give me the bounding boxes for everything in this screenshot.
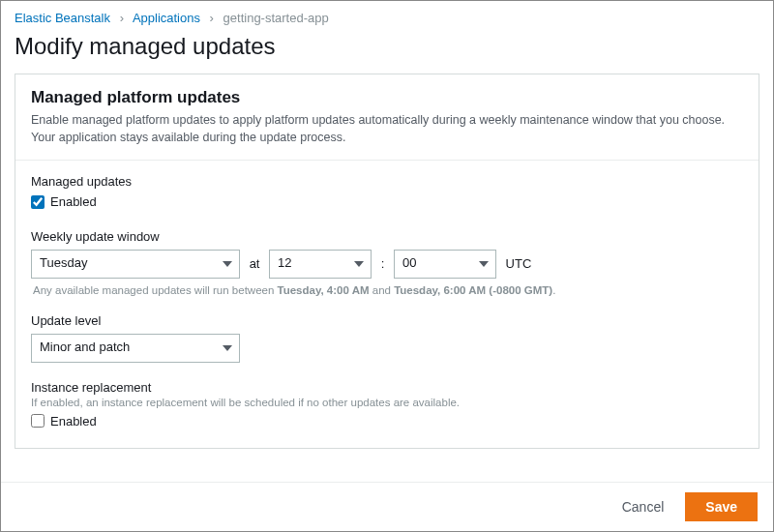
update-level-value: Minor and patch xyxy=(40,340,130,354)
time-colon: : xyxy=(381,256,385,271)
minute-select[interactable]: 00 xyxy=(394,250,496,279)
update-level-label: Update level xyxy=(31,313,743,328)
panel-header: Managed platform updates Enable managed … xyxy=(15,74,759,161)
chevron-right-icon: › xyxy=(210,11,214,25)
field-instance-replacement: Instance replacement If enabled, an inst… xyxy=(31,380,743,431)
managed-updates-checkbox[interactable]: Enabled xyxy=(31,194,97,209)
hour-select-value: 12 xyxy=(278,255,291,270)
instance-replacement-checkbox-input[interactable] xyxy=(31,414,45,428)
instance-replacement-help: If enabled, an instance replacement will… xyxy=(31,397,743,408)
chevron-down-icon xyxy=(223,261,232,267)
chevron-down-icon xyxy=(479,261,489,267)
breadcrumb: Elastic Beanstalk › Applications › getti… xyxy=(1,1,773,25)
instance-replacement-checkbox[interactable]: Enabled xyxy=(31,414,97,429)
panel-description: Enable managed platform updates to apply… xyxy=(31,111,743,146)
at-label: at xyxy=(250,256,260,271)
field-update-level: Update level Minor and patch xyxy=(31,313,743,363)
instance-replacement-label: Instance replacement xyxy=(31,380,743,395)
settings-panel: Managed platform updates Enable managed … xyxy=(15,74,759,449)
weekly-window-help: Any available managed updates will run b… xyxy=(33,284,743,296)
managed-updates-checkbox-input[interactable] xyxy=(31,195,45,209)
page-title: Modify managed updates xyxy=(15,33,759,60)
breadcrumb-applications[interactable]: Applications xyxy=(133,11,200,25)
chevron-down-icon xyxy=(354,261,364,267)
day-select[interactable]: Tuesday xyxy=(31,250,240,279)
weekly-window-label: Weekly update window xyxy=(31,229,743,244)
panel-title: Managed platform updates xyxy=(31,88,743,107)
svg-marker-0 xyxy=(223,261,232,267)
timezone-label: UTC xyxy=(506,256,532,271)
day-select-value: Tuesday xyxy=(40,255,87,270)
field-weekly-window: Weekly update window Tuesday at 12 : 00 … xyxy=(31,229,743,296)
cancel-button[interactable]: Cancel xyxy=(618,493,669,520)
managed-updates-checkbox-label: Enabled xyxy=(50,194,97,209)
svg-marker-1 xyxy=(354,261,364,267)
field-managed-updates: Managed updates Enabled xyxy=(31,174,743,212)
hour-select[interactable]: 12 xyxy=(269,250,372,279)
update-level-select[interactable]: Minor and patch xyxy=(31,334,240,363)
save-button[interactable]: Save xyxy=(685,492,758,521)
svg-marker-3 xyxy=(223,345,232,351)
chevron-right-icon: › xyxy=(120,11,124,25)
chevron-down-icon xyxy=(223,345,232,351)
footer: Cancel Save xyxy=(1,482,773,531)
svg-marker-2 xyxy=(479,261,489,267)
minute-select-value: 00 xyxy=(402,255,416,270)
breadcrumb-current: getting-started-app xyxy=(223,11,329,25)
instance-replacement-checkbox-label: Enabled xyxy=(50,414,97,429)
breadcrumb-root[interactable]: Elastic Beanstalk xyxy=(15,11,110,25)
managed-updates-label: Managed updates xyxy=(31,174,743,189)
